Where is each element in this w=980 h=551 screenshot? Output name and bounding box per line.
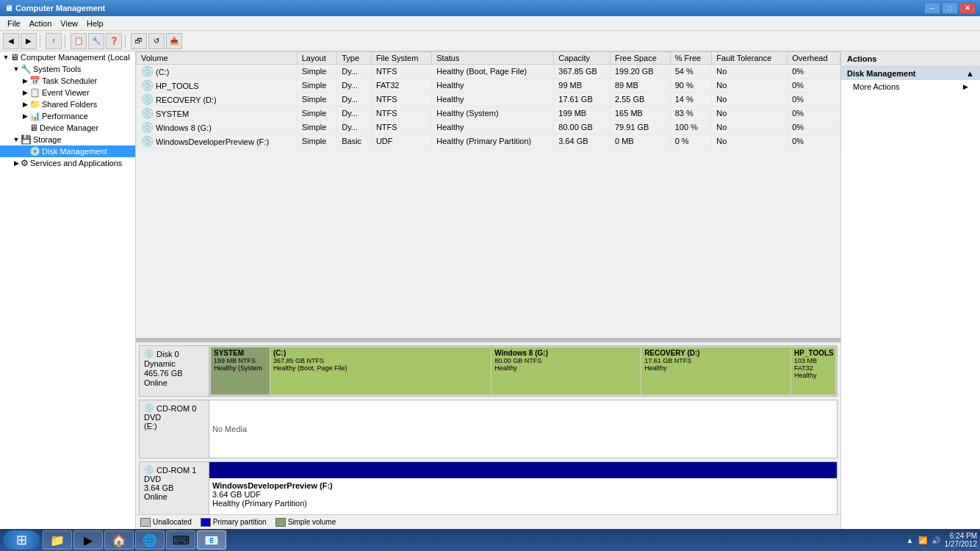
partition-system-info1: 199 MB NTFS — [214, 357, 267, 364]
col-filesystem[interactable]: File System — [371, 52, 431, 65]
partition-win8[interactable]: Windows 8 (G:) 80.00 GB NTFS Healthy — [491, 347, 641, 395]
cell-filesystem: FAT32 — [371, 79, 431, 93]
col-volume[interactable]: Volume — [137, 52, 298, 65]
cell-freespace: 165 MB — [610, 107, 670, 120]
cell-overhead: 0% — [788, 134, 840, 148]
toolbar: ◀ ▶ ↑ 📋 🔧 ❓ 🗗 ↺ 📤 — [0, 31, 980, 51]
col-freespace[interactable]: Free Space — [610, 52, 670, 65]
disk-icon: 💿 — [144, 349, 154, 359]
tree-icon-task-scheduler: 📅 — [29, 76, 40, 86]
partition-recovery[interactable]: RECOVERY (D:) 17.61 GB NTFS Healthy — [641, 347, 790, 395]
col-status[interactable]: Status — [432, 52, 554, 65]
sidebar-item-system-tools[interactable]: ▼ 🔧 System Tools — [0, 63, 135, 75]
cell-pctfree: 0 % — [670, 134, 712, 148]
actions-more-actions[interactable]: More Actions ▶ — [841, 80, 980, 93]
toolbar-show-hide[interactable]: 📋 — [71, 33, 87, 49]
maximize-button[interactable]: □ — [942, 2, 958, 14]
taskbar-app-explorer[interactable]: 📁 — [43, 530, 72, 550]
col-pctfree[interactable]: % Free — [670, 52, 712, 65]
cell-capacity: 3.64 GB — [554, 134, 610, 148]
collapse-icon[interactable]: ▲ — [966, 69, 974, 78]
col-layout[interactable]: Layout — [297, 52, 337, 65]
sidebar-item-event-viewer[interactable]: ▶ 📋 Event Viewer — [0, 87, 135, 98]
toolbar-up[interactable]: ↑ — [46, 33, 62, 49]
close-button[interactable]: ✕ — [959, 2, 976, 14]
taskbar-app-home[interactable]: 🏠 — [104, 530, 134, 550]
partition-system[interactable]: SYSTEM 199 MB NTFS Healthy (System — [211, 347, 270, 395]
actions-panel: Actions Disk Management ▲ More Actions ▶ — [840, 51, 980, 529]
cell-overhead: 0% — [788, 107, 840, 120]
cell-fault: No — [712, 107, 788, 120]
taskbar-app-media[interactable]: ▶ — [73, 530, 103, 550]
cell-type: Dy... — [337, 79, 372, 93]
cell-layout: Simple — [297, 93, 337, 107]
col-type[interactable]: Type — [337, 52, 372, 65]
toolbar-export[interactable]: 📤 — [166, 33, 182, 49]
center-panel: Volume Layout Type File System Status Ca… — [136, 51, 840, 529]
menu-help[interactable]: Help — [82, 18, 108, 29]
cell-filesystem: NTFS — [371, 107, 431, 120]
sidebar-item-storage[interactable]: ▼ 💾 Storage — [0, 134, 135, 145]
cdrom1-partition-name: WindowsDeveloperPreview (F:) — [212, 481, 834, 490]
sidebar-item-services-apps[interactable]: ▶ ⚙ Services and Applications — [0, 157, 135, 169]
disk0-size: 465.76 GB — [144, 369, 204, 378]
col-overhead[interactable]: Overhead — [788, 52, 840, 65]
cell-volume: 💿SYSTEM — [137, 107, 298, 120]
table-row[interactable]: 💿RECOVERY (D:)SimpleDy...NTFSHealthy17.6… — [137, 93, 840, 107]
toolbar-back[interactable]: ◀ — [3, 33, 19, 49]
taskbar-app-computer-mgmt[interactable]: 📧 — [197, 530, 226, 550]
cdrom0-row: 💿 CD-ROM 0 DVD (E:) No Media — [139, 400, 837, 458]
toolbar-properties[interactable]: 🔧 — [88, 33, 104, 49]
sidebar-item-computer-mgmt[interactable]: ▼ 🖥 Computer Management (Local — [0, 51, 135, 63]
sidebar-label-event-viewer: Event Viewer — [42, 88, 90, 97]
taskbar-app-keyboard[interactable]: ⌨ — [166, 530, 195, 550]
more-actions-label: More Actions — [853, 82, 900, 91]
table-row[interactable]: 💿SYSTEMSimpleDy...NTFSHealthy (System)19… — [137, 107, 840, 120]
sidebar-item-disk-management[interactable]: 💿 Disk Management — [0, 145, 135, 157]
menu-file[interactable]: File — [3, 18, 25, 29]
cell-capacity: 199 MB — [554, 107, 610, 120]
taskbar-app-browser-chrome[interactable]: 🌐 — [135, 530, 165, 550]
sidebar-item-device-manager[interactable]: 🖥 Device Manager — [0, 122, 135, 134]
minimize-button[interactable]: ─ — [924, 2, 940, 14]
toolbar-new-window[interactable]: 🗗 — [131, 33, 147, 49]
tree-icon-event-viewer: 📋 — [29, 87, 40, 98]
partition-system-info2: Healthy (System — [214, 364, 267, 372]
table-container[interactable]: Volume Layout Type File System Status Ca… — [136, 51, 840, 338]
col-fault[interactable]: Fault Tolerance — [712, 52, 788, 65]
table-row[interactable]: 💿WindowsDeveloperPreview (F:)SimpleBasic… — [137, 134, 840, 148]
table-row[interactable]: 💿HP_TOOLSSimpleDy...FAT32Healthy99 MB89 … — [137, 79, 840, 93]
tree-icon-system-tools: 🔧 — [21, 64, 32, 74]
menu-view[interactable]: View — [56, 18, 82, 29]
sidebar-label-storage: Storage — [33, 135, 62, 144]
cdrom1-status: Online — [144, 492, 204, 501]
volume-icon[interactable]: 🔊 — [932, 536, 940, 544]
menu-action[interactable]: Action — [25, 18, 57, 29]
partition-hptools[interactable]: HP_TOOLS 103 MB FAT32 Healthy — [791, 347, 835, 395]
sidebar-label-device-manager: Device Manager — [40, 123, 98, 132]
cell-layout: Simple — [297, 65, 337, 79]
actions-section-disk-mgmt[interactable]: Disk Management ▲ — [841, 67, 980, 80]
table-row[interactable]: 💿(C:)SimpleDy...NTFSHealthy (Boot, Page … — [137, 65, 840, 79]
toolbar-help[interactable]: ❓ — [106, 33, 122, 49]
sidebar-item-shared-folders[interactable]: ▶ 📁 Shared Folders — [0, 98, 135, 110]
toolbar-refresh[interactable]: ↺ — [148, 33, 165, 49]
cdrom1-partition[interactable]: WindowsDeveloperPreview (F:) 3.64 GB UDF… — [209, 478, 837, 511]
cell-fault: No — [712, 134, 788, 148]
cell-fault: No — [712, 79, 788, 93]
taskbar-expand-icon[interactable]: ▲ — [907, 536, 914, 544]
partition-win8-info2: Healthy — [494, 364, 638, 372]
disk0-label: 💿 Disk 0 Dynamic 465.76 GB Online — [140, 346, 209, 396]
cell-status: Healthy — [432, 79, 554, 93]
partition-c[interactable]: (C:) 367.85 GB NTFS Healthy (Boot, Page … — [270, 347, 491, 395]
cell-status: Healthy — [432, 93, 554, 107]
start-button[interactable]: ⊞ — [3, 530, 40, 550]
cell-volume: 💿HP_TOOLS — [137, 79, 298, 93]
col-capacity[interactable]: Capacity — [554, 52, 610, 65]
table-row[interactable]: 💿Windows 8 (G:)SimpleDy...NTFSHealthy80.… — [137, 120, 840, 134]
toolbar-forward[interactable]: ▶ — [21, 33, 37, 49]
sidebar-item-performance[interactable]: ▶ 📊 Performance — [0, 110, 135, 122]
title-bar: 🖥 Computer Management ─ □ ✕ — [0, 0, 980, 16]
cdrom1-content: WindowsDeveloperPreview (F:) 3.64 GB UDF… — [209, 462, 837, 514]
sidebar-item-task-scheduler[interactable]: ▶ 📅 Task Scheduler — [0, 75, 135, 87]
